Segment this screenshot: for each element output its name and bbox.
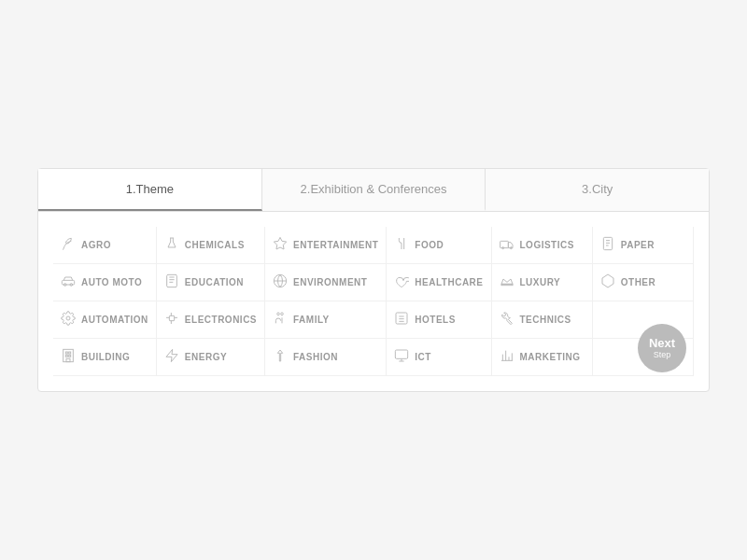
leaf-icon	[61, 236, 76, 254]
svg-rect-22	[65, 352, 67, 354]
svg-rect-25	[69, 355, 71, 357]
next-step-button[interactable]: Next Step	[638, 324, 686, 372]
fashion-icon	[273, 348, 288, 366]
svg-rect-21	[63, 349, 74, 361]
car-icon	[61, 273, 76, 291]
category-label: PAPER	[621, 240, 655, 250]
monitor-icon	[394, 348, 409, 366]
category-label: AUTO MOTO	[81, 277, 142, 287]
category-cell-family[interactable]: FAMILY	[265, 301, 387, 339]
category-label: ENVIRONMENT	[293, 277, 367, 287]
category-cell-ict[interactable]: ICT	[387, 339, 491, 376]
category-cell-energy[interactable]: ENERGY	[157, 339, 265, 376]
category-cell-education[interactable]: EDUCATION	[157, 264, 265, 301]
categories-grid: AGROCHEMICALSENTERTAINMENTFOODLOGISTICSP…	[53, 227, 694, 376]
crown-icon	[500, 273, 514, 291]
category-label: BUILDING	[81, 352, 130, 362]
heart-icon	[394, 273, 409, 291]
svg-rect-10	[167, 274, 177, 287]
category-label: ELECTRONICS	[185, 315, 257, 325]
category-cell-chemicals[interactable]: CHEMICALS	[157, 227, 265, 264]
category-label: LOGISTICS	[520, 240, 574, 250]
category-cell-entertainment[interactable]: ENTERTAINMENT	[265, 227, 387, 264]
category-cell-other[interactable]: OTHER	[593, 264, 694, 301]
category-cell-building[interactable]: BUILDING	[53, 339, 157, 376]
tag-icon	[600, 273, 615, 291]
category-label: LUXURY	[520, 277, 561, 287]
tabs-header: 1.Theme 2.Exhibition & Conferences 3.Cit…	[38, 169, 709, 212]
gear-icon	[61, 311, 76, 329]
category-cell-automation[interactable]: AUTOMATION	[53, 301, 157, 339]
category-label: EDUCATION	[185, 277, 244, 287]
tab-city[interactable]: 3.City	[486, 169, 709, 211]
energy-icon	[164, 348, 179, 366]
category-label: CHEMICALS	[185, 240, 245, 250]
category-label: MARKETING	[520, 352, 581, 362]
category-cell-electronics[interactable]: ELECTRONICS	[157, 301, 265, 339]
category-cell-fashion[interactable]: FASHION	[265, 339, 387, 376]
svg-rect-26	[66, 358, 70, 361]
category-label: AGRO	[81, 240, 111, 250]
star-icon	[273, 236, 288, 254]
svg-point-18	[277, 313, 280, 315]
svg-rect-20	[396, 313, 407, 324]
category-label: ICT	[415, 352, 431, 362]
content-area: AGROCHEMICALSENTERTAINMENTFOODLOGISTICSP…	[38, 212, 709, 391]
svg-rect-0	[500, 241, 508, 247]
building-icon	[61, 348, 76, 366]
hotel-icon	[394, 311, 409, 329]
category-label: TECHNICS	[520, 315, 571, 325]
category-cell-luxury[interactable]: LUXURY	[492, 264, 593, 301]
fork-icon	[394, 236, 409, 254]
category-label: AUTOMATION	[81, 315, 148, 325]
tab-theme[interactable]: 1.Theme	[38, 169, 262, 211]
category-label: FAMILY	[293, 315, 330, 325]
tab-exhibition[interactable]: 2.Exhibition & Conferences	[262, 169, 486, 211]
category-label: OTHER	[621, 277, 656, 287]
category-cell-auto-moto[interactable]: AUTO MOTO	[53, 264, 157, 301]
category-label: ENERGY	[185, 352, 227, 362]
category-cell-environment[interactable]: ENVIRONMENT	[265, 264, 387, 301]
family-icon	[273, 311, 288, 329]
category-label: FASHION	[293, 352, 338, 362]
circuit-icon	[164, 311, 179, 329]
svg-rect-15	[501, 284, 513, 285]
category-cell-paper[interactable]: PAPER	[593, 227, 694, 264]
category-cell-healthcare[interactable]: HEALTHCARE	[387, 264, 491, 301]
category-cell-food[interactable]: FOOD	[387, 227, 491, 264]
category-label: HEALTHCARE	[415, 277, 483, 287]
svg-rect-3	[603, 237, 612, 249]
svg-rect-24	[65, 355, 67, 357]
svg-point-16	[66, 316, 70, 320]
svg-point-19	[281, 313, 284, 315]
category-label: ENTERTAINMENT	[293, 240, 378, 250]
truck-icon	[500, 236, 514, 254]
svg-rect-27	[396, 350, 408, 358]
svg-rect-23	[69, 352, 71, 354]
category-label: FOOD	[415, 240, 444, 250]
chart-icon	[500, 348, 514, 366]
book-icon	[164, 273, 179, 291]
category-cell-marketing[interactable]: MARKETING	[492, 339, 593, 376]
category-cell-hotels[interactable]: HOTELS	[387, 301, 491, 339]
wrench-icon	[500, 311, 514, 329]
globe-icon	[273, 273, 288, 291]
category-cell-technics[interactable]: TECHNICS	[492, 301, 593, 339]
category-cell-logistics[interactable]: LOGISTICS	[492, 227, 593, 264]
flask-icon	[164, 236, 179, 254]
wizard-container: 1.Theme 2.Exhibition & Conferences 3.Cit…	[37, 168, 710, 392]
svg-rect-17	[169, 315, 174, 320]
category-cell-agro[interactable]: AGRO	[53, 227, 157, 264]
category-label: HOTELS	[415, 315, 456, 325]
paper-icon	[600, 236, 615, 254]
